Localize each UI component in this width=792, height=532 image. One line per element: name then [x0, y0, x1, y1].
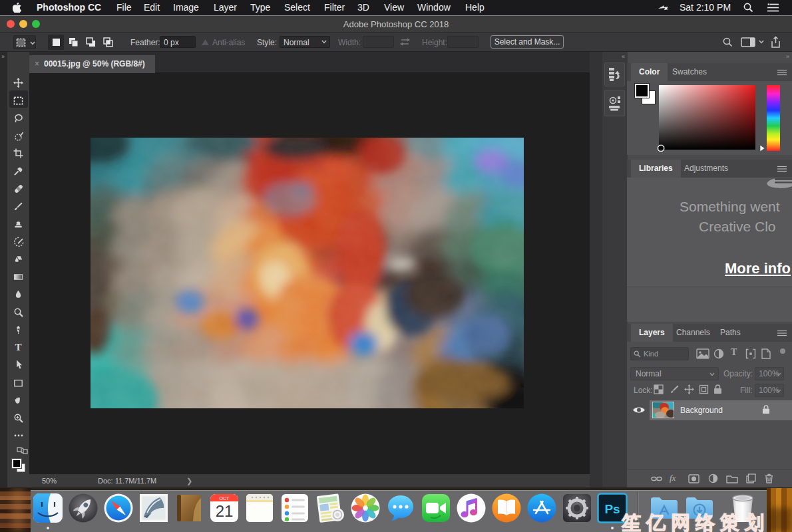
svg-text:21: 21 — [216, 502, 234, 520]
svg-text:OCT: OCT — [220, 496, 230, 501]
svg-text:Ps: Ps — [604, 502, 620, 516]
